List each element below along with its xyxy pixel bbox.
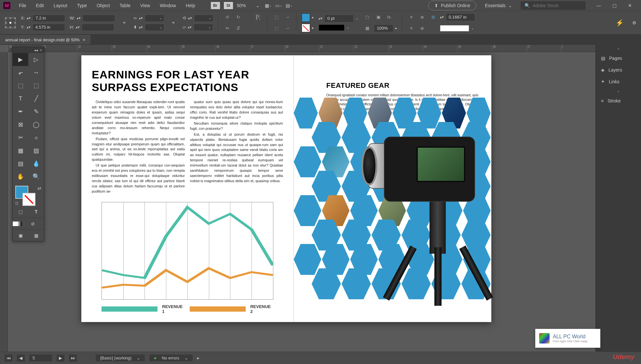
stroke-style[interactable] (319, 24, 345, 31)
fx-icon[interactable]: fx. (385, 13, 394, 22)
zoom-select[interactable]: 50% ⌄ (234, 3, 263, 8)
h-input[interactable] (82, 24, 114, 31)
maximize-button[interactable]: ▢ (607, 1, 622, 10)
right-page[interactable]: FEATURED GEAR Onsequod ignatiasti conatu… (294, 55, 491, 322)
arrange-icon[interactable]: ▤⌄ (284, 2, 294, 9)
pencil-tool[interactable]: ✎ (28, 105, 44, 118)
close-button[interactable]: ✕ (622, 1, 638, 10)
publish-online-button[interactable]: ⬆ Publish Online (428, 1, 476, 10)
apply-gradient-icon[interactable]: T (28, 206, 44, 218)
page-tool[interactable]: ⬐ (13, 66, 28, 79)
reference-point[interactable] (5, 17, 16, 29)
gap-tool[interactable]: ↔ (28, 66, 44, 79)
content-placer-tool[interactable]: ⬚ (28, 79, 44, 92)
opacity-icon[interactable]: ▦ (363, 24, 372, 33)
content-collector-tool[interactable]: ⬚ (13, 79, 28, 92)
w-input[interactable] (83, 15, 115, 22)
panel-layers[interactable]: ◈Layers (596, 64, 641, 76)
format-container-icon[interactable] (13, 222, 17, 226)
selection-tool[interactable]: ▶ (13, 53, 28, 66)
rotate-select[interactable]: ⌄ (194, 15, 213, 22)
stepper-icon[interactable]: ▴▾ (188, 25, 192, 29)
panel-stroke[interactable]: ≡Stroke (596, 95, 641, 107)
eyedropper-tool[interactable]: 💧 (28, 157, 44, 170)
fill-swatch[interactable] (302, 13, 310, 22)
default-colors-icon[interactable]: ◻ (15, 201, 18, 205)
flip-h-icon[interactable]: ⇋ (223, 24, 232, 33)
menu-layout[interactable]: Layout (49, 1, 72, 10)
format-gradient-icon[interactable] (17, 222, 22, 226)
last-page-button[interactable]: ⏭ (69, 355, 77, 362)
stepper-icon[interactable]: ▴▾ (27, 25, 31, 29)
panel-links[interactable]: ⚭Links (596, 76, 641, 88)
document-tab[interactable]: annual report - final design.indd @ 50% … (0, 35, 90, 44)
shear-select[interactable]: ⌄ (194, 24, 213, 31)
expand-icon[interactable]: ▸ (312, 26, 314, 30)
scale-x-select[interactable]: ⌄ (145, 15, 164, 22)
stepper-icon[interactable]: ▴▾ (139, 16, 143, 20)
stepper-icon[interactable]: ▴▾ (139, 25, 143, 29)
rotate-cw-icon[interactable]: ↻ (234, 13, 243, 22)
expand-icon[interactable]: ▸ (312, 15, 314, 20)
stroke-swatch[interactable] (302, 24, 310, 32)
menu-object[interactable]: Object (92, 1, 114, 10)
type-tool[interactable]: T (13, 92, 28, 105)
canvas[interactable]: |0|1|2|3|4|5|6|7|0|1|2|3|4|5|6|7| ◂◂× ▶ … (0, 45, 595, 352)
bridge-button[interactable]: Br (211, 2, 220, 9)
page-number-input[interactable]: 5 (29, 355, 52, 361)
stepper-icon[interactable]: ▴▾ (319, 16, 322, 20)
next-page-button[interactable]: ▶ (57, 355, 64, 362)
view-mode-preview-icon[interactable]: ▦ (28, 230, 44, 241)
preset-select[interactable]: [Basic] (working)⌄ (96, 355, 145, 361)
color-swatches[interactable]: ⇄ ◻ (13, 183, 44, 206)
ruler-vertical[interactable] (0, 52, 8, 352)
panel-menu-icon[interactable]: ⚙ (632, 20, 636, 25)
wrap-column-icon[interactable]: ≣ (418, 24, 427, 33)
gradient-swatch-tool[interactable]: ▦ (13, 144, 28, 157)
note-tool[interactable]: ▤ (13, 157, 28, 170)
first-page-button[interactable]: ⏮ (5, 355, 12, 362)
preflight-status[interactable]: ●No errors⌄ (149, 355, 193, 361)
wrap-offset-input[interactable] (446, 13, 475, 21)
close-tab-icon[interactable]: × (83, 37, 86, 42)
ruler-horizontal[interactable]: |0|1|2|3|4|5|6|7|0|1|2|3|4|5|6|7| (8, 45, 595, 52)
close-icon[interactable]: × (40, 48, 42, 52)
stroke-color[interactable] (22, 193, 35, 206)
y-input[interactable] (33, 24, 65, 31)
stepper-icon[interactable]: ▴▾ (440, 15, 444, 19)
stock-button[interactable]: St (224, 2, 233, 9)
format-none-icon[interactable]: ⊘ (22, 218, 44, 229)
workspace-select[interactable]: Essentials ⌄ (482, 3, 515, 8)
select-container-icon[interactable]: ⬚ (272, 13, 281, 22)
p-icon[interactable]: P. (253, 13, 263, 22)
quick-apply-icon[interactable]: ⚡ (616, 19, 624, 27)
expand-icon[interactable]: ▸ (197, 356, 199, 360)
screen-mode-icon[interactable]: ▭⌄ (274, 2, 284, 9)
left-page[interactable]: EARNINGS FOR LAST YEAR SURPASS EXPECTATI… (81, 55, 293, 322)
select-next-icon[interactable]: ↔ (283, 24, 292, 33)
expand-icon[interactable]: ▸ (395, 26, 397, 30)
menu-view[interactable]: View (136, 1, 155, 10)
stepper-icon[interactable]: ▴▾ (76, 25, 80, 29)
prev-page-button[interactable]: ◀ (17, 355, 25, 362)
rotate-ccw-icon[interactable]: ↺ (223, 13, 232, 22)
free-transform-tool[interactable]: ⟐ (28, 131, 44, 144)
menu-type[interactable]: Type (73, 1, 91, 10)
wrap-none-icon[interactable]: ≡ (407, 13, 416, 22)
panel-pages[interactable]: ▤Pages (596, 52, 641, 64)
wrap-object-icon[interactable]: ⊞ (429, 13, 438, 22)
minimize-button[interactable]: — (591, 1, 607, 10)
view-options-icon[interactable]: ▦⌄ (264, 2, 273, 9)
menu-help[interactable]: Help (181, 1, 200, 10)
corner-icon[interactable]: ▢ (363, 13, 372, 22)
pen-tool[interactable]: ✒ (13, 105, 28, 118)
stepper-icon[interactable]: ▴▾ (188, 16, 192, 20)
line-tool[interactable]: ╱ (28, 92, 44, 105)
hand-tool[interactable]: ✋ (13, 170, 28, 183)
menu-edit[interactable]: Edit (32, 1, 48, 10)
wrap-jump-icon[interactable]: ≡ (407, 24, 416, 33)
select-prev-icon[interactable]: ⬚ (272, 24, 281, 33)
x-input[interactable] (33, 15, 65, 22)
view-mode-normal-icon[interactable]: ▣ (13, 230, 28, 241)
stroke-weight-input[interactable] (324, 15, 354, 22)
